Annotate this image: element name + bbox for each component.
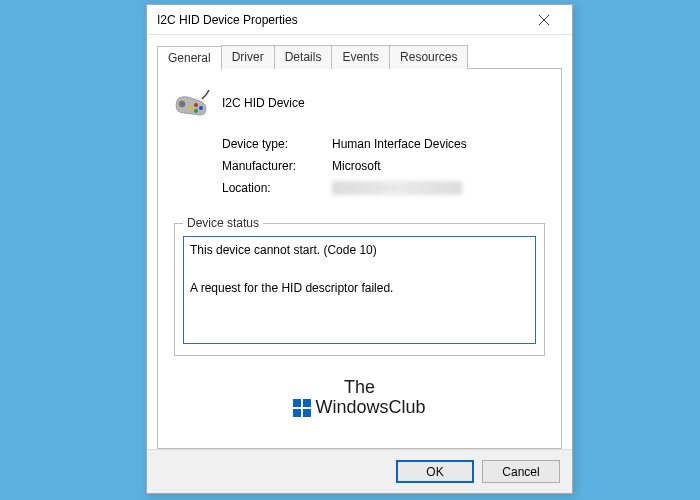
close-button[interactable]: [524, 6, 564, 34]
tab-resources[interactable]: Resources: [389, 45, 468, 69]
location-value-redacted: [332, 181, 462, 195]
location-label: Location:: [222, 181, 332, 195]
row-location: Location:: [222, 181, 545, 195]
close-icon: [539, 15, 549, 25]
svg-rect-9: [303, 399, 311, 407]
manufacturer-value: Microsoft: [332, 159, 381, 173]
tab-container: General Driver Details Events Resources …: [147, 35, 572, 449]
svg-rect-10: [293, 409, 301, 417]
tab-panel-general: I2C HID Device Device type: Human Interf…: [157, 68, 562, 449]
svg-rect-11: [303, 409, 311, 417]
watermark: The WindowsClub: [174, 378, 545, 418]
svg-point-7: [189, 106, 193, 110]
ok-button[interactable]: OK: [396, 460, 474, 483]
windows-logo-icon: [293, 399, 311, 417]
tab-details[interactable]: Details: [274, 45, 333, 69]
manufacturer-label: Manufacturer:: [222, 159, 332, 173]
tab-driver[interactable]: Driver: [221, 45, 275, 69]
hid-device-icon: [174, 87, 210, 119]
device-type-label: Device type:: [222, 137, 332, 151]
device-header: I2C HID Device: [174, 87, 545, 119]
device-status-group: Device status: [174, 223, 545, 356]
row-manufacturer: Manufacturer: Microsoft: [222, 159, 545, 173]
tab-general[interactable]: General: [157, 46, 222, 70]
watermark-line2: WindowsClub: [315, 398, 425, 418]
svg-rect-3: [181, 103, 184, 106]
svg-point-6: [194, 109, 198, 113]
device-name: I2C HID Device: [222, 96, 305, 110]
svg-rect-8: [293, 399, 301, 407]
device-status-label: Device status: [183, 216, 263, 230]
properties-dialog: I2C HID Device Properties General Driver…: [146, 4, 573, 494]
tab-strip: General Driver Details Events Resources: [157, 45, 562, 69]
device-status-textbox[interactable]: [183, 236, 536, 344]
watermark-text-wrap: The WindowsClub: [293, 378, 425, 418]
dialog-title: I2C HID Device Properties: [157, 13, 524, 27]
device-type-value: Human Interface Devices: [332, 137, 467, 151]
titlebar: I2C HID Device Properties: [147, 5, 572, 35]
watermark-line1: The: [293, 378, 425, 398]
dialog-button-row: OK Cancel: [147, 449, 572, 493]
tab-events[interactable]: Events: [331, 45, 390, 69]
device-info: Device type: Human Interface Devices Man…: [222, 137, 545, 203]
row-device-type: Device type: Human Interface Devices: [222, 137, 545, 151]
cancel-button[interactable]: Cancel: [482, 460, 560, 483]
svg-point-5: [199, 106, 203, 110]
svg-point-4: [194, 103, 198, 107]
